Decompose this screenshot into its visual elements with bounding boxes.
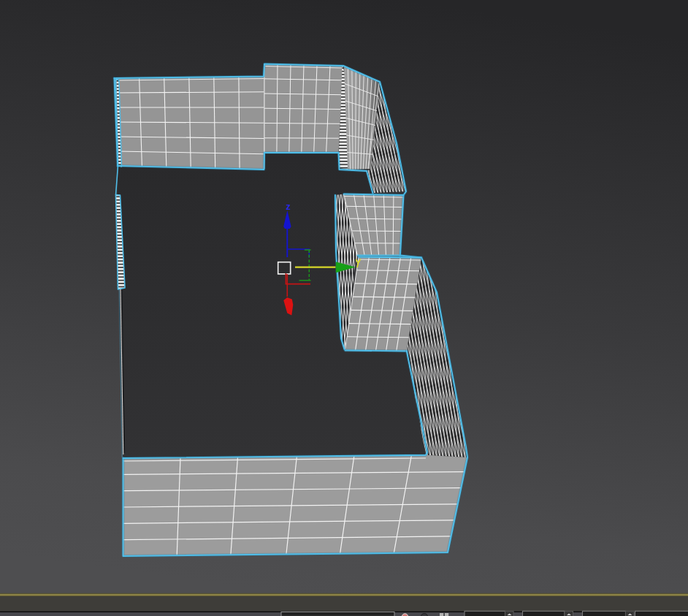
svg-text:z: z <box>286 202 291 212</box>
